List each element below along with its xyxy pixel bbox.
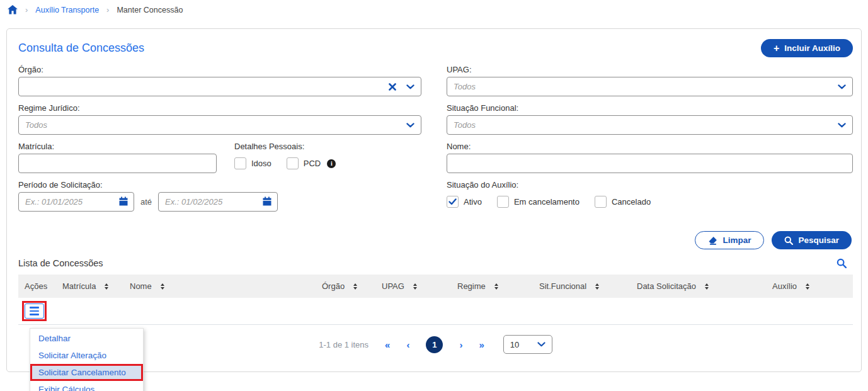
eraser-icon <box>708 236 717 245</box>
annotation-red-box <box>22 301 47 321</box>
periodo-ate-label: até <box>140 197 152 207</box>
current-page-button[interactable]: 1 <box>426 336 443 353</box>
periodo-to-input[interactable] <box>158 192 278 212</box>
column-upag[interactable]: UPAG <box>375 281 451 291</box>
column-nome[interactable]: Nome <box>123 281 316 291</box>
checkbox-box[interactable] <box>234 157 246 169</box>
periodo-from-input[interactable] <box>18 192 134 212</box>
breadcrumb-separator-icon: › <box>106 5 109 14</box>
sort-icon[interactable] <box>705 283 709 290</box>
pagination-summary: 1-1 de 1 itens <box>319 340 368 349</box>
first-page-icon[interactable]: « <box>385 339 390 350</box>
clear-icon[interactable] <box>389 83 396 91</box>
column-auxilio[interactable]: Auxílio <box>766 281 835 291</box>
list-title: Lista de Concessões <box>18 258 103 268</box>
sort-icon[interactable] <box>161 283 164 290</box>
checkbox-box[interactable] <box>497 196 509 208</box>
sort-icon[interactable] <box>806 283 809 290</box>
column-data-solicitacao[interactable]: Data Solicitação <box>631 281 766 291</box>
calendar-icon[interactable] <box>262 196 272 207</box>
nome-label: Nome: <box>447 142 853 151</box>
menu-item-exibir-calculos[interactable]: Exibir Cálculos Efetuados <box>30 381 143 391</box>
breadcrumb-link-auxilio-transporte[interactable]: Auxílio Transporte <box>35 6 99 14</box>
checkbox-idoso[interactable]: Idoso <box>234 157 271 169</box>
last-page-icon[interactable]: » <box>479 339 484 350</box>
detalhes-pessoais-label: Detalhes Pessoais: <box>234 142 336 151</box>
matricula-label: Matrícula: <box>18 142 217 151</box>
chevron-down-icon[interactable] <box>406 84 414 89</box>
menu-item-detalhar[interactable]: Detalhar <box>30 330 143 347</box>
search-icon <box>784 236 793 245</box>
matricula-input[interactable] <box>18 154 217 173</box>
checkbox-box[interactable] <box>595 196 607 208</box>
checkbox-checked-box[interactable] <box>447 196 459 208</box>
table-header: Ações Matrícula Nome Órgão UPAG Regime S… <box>18 275 853 298</box>
upag-label: UPAG: <box>447 65 853 74</box>
orgao-label: Órgão: <box>18 65 421 74</box>
column-matricula[interactable]: Matrícula <box>56 281 123 291</box>
regime-juridico-label: Regime Jurídico: <box>18 103 421 113</box>
info-icon[interactable]: i <box>327 159 336 168</box>
sort-icon[interactable] <box>105 283 108 290</box>
checkbox-ativo[interactable]: Ativo <box>447 196 482 208</box>
hamburger-icon <box>30 307 39 309</box>
situacao-funcional-label: Situação Funcional: <box>447 103 853 113</box>
page-title: Consulta de Concessões <box>18 39 144 55</box>
chevron-down-icon <box>838 84 846 89</box>
menu-item-solicitar-alteracao[interactable]: Solicitar Alteração <box>30 347 143 364</box>
menu-item-solicitar-cancelamento[interactable]: Solicitar Cancelamento <box>30 364 143 381</box>
home-icon[interactable] <box>8 5 18 14</box>
column-acoes: Ações <box>18 281 56 291</box>
column-orgao[interactable]: Órgão <box>316 281 375 291</box>
consulta-panel: Consulta de Concessões + Incluir Auxílio… <box>6 28 862 372</box>
sort-icon[interactable] <box>413 283 417 290</box>
chevron-down-icon <box>537 342 545 347</box>
sort-icon[interactable] <box>353 283 357 290</box>
column-sit-funcional[interactable]: Sit.Funcional <box>533 281 631 291</box>
checkbox-em-cancelamento[interactable]: Em cancelamento <box>497 196 580 208</box>
plus-icon: + <box>774 43 779 54</box>
breadcrumb-current: Manter Concessão <box>117 6 183 14</box>
pesquisar-button[interactable]: Pesquisar <box>772 231 852 249</box>
incluir-auxilio-button[interactable]: + Incluir Auxílio <box>761 39 853 57</box>
calendar-icon[interactable] <box>118 196 128 207</box>
prev-page-icon[interactable]: ‹ <box>406 339 409 350</box>
sort-icon[interactable] <box>494 283 498 290</box>
row-actions-context-menu: Detalhar Solicitar Alteração Solicitar C… <box>30 328 144 391</box>
nome-input[interactable] <box>447 154 853 173</box>
orgao-combobox[interactable] <box>18 77 421 96</box>
periodo-label: Período de Solicitação: <box>18 180 421 190</box>
situacao-funcional-select[interactable]: Todos <box>447 115 853 135</box>
sort-icon[interactable] <box>595 283 599 290</box>
checkbox-box[interactable] <box>287 157 299 169</box>
chevron-down-icon <box>406 123 414 128</box>
situacao-auxilio-label: Situação do Auxílio: <box>447 180 853 190</box>
next-page-icon[interactable]: › <box>459 339 462 350</box>
checkbox-cancelado[interactable]: Cancelado <box>595 196 651 208</box>
column-regime[interactable]: Regime <box>451 281 533 291</box>
breadcrumb-separator-icon: › <box>25 5 28 14</box>
page-size-select[interactable]: 10 <box>503 335 552 354</box>
chevron-down-icon <box>838 123 846 128</box>
checkbox-pcd[interactable]: PCD i <box>287 157 336 169</box>
upag-select[interactable]: Todos <box>447 77 853 96</box>
table-search-icon[interactable] <box>837 258 847 268</box>
row-actions-menu-button[interactable] <box>25 303 44 319</box>
regime-juridico-select[interactable]: Todos <box>18 115 421 135</box>
limpar-button[interactable]: Limpar <box>695 231 764 249</box>
breadcrumb: › Auxílio Transporte › Manter Concessão <box>8 5 183 14</box>
table-row <box>18 298 853 325</box>
